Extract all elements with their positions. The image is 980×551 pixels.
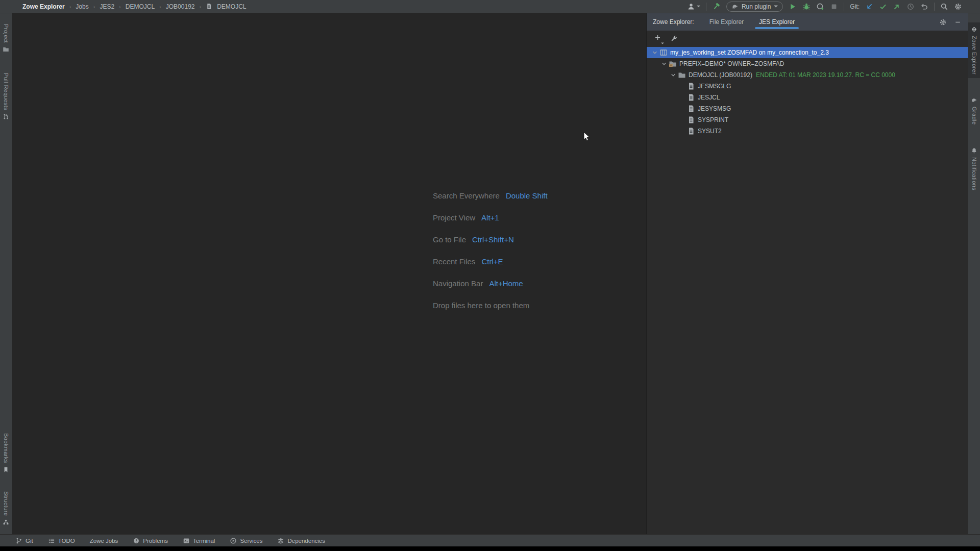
tree-node-label: SYSUT2 xyxy=(698,128,722,135)
tree-row-spool-jesysmsg[interactable]: JESYSMSG xyxy=(647,103,968,114)
spool-file-icon xyxy=(687,105,695,113)
run-icon[interactable] xyxy=(789,3,797,11)
hide-panel-icon[interactable] xyxy=(954,18,962,26)
breadcrumb-item-job00192[interactable]: JOB00192 xyxy=(166,3,195,10)
toolbar-divider xyxy=(934,3,935,11)
stop-icon[interactable] xyxy=(830,3,838,11)
tree-row-working-set[interactable]: my_jes_working_set ZOSMFAD on my_connect… xyxy=(647,47,968,58)
add-working-set-button[interactable] xyxy=(654,34,662,43)
shortcut-keys: Ctrl+Shift+N xyxy=(472,235,514,244)
chevron-down-icon xyxy=(774,5,778,8)
tree-row-spool-jesmsglg[interactable]: JESMSGLG xyxy=(647,81,968,92)
breadcrumb-separator: › xyxy=(199,4,201,10)
stripe-button-pull-requests[interactable]: Pull Requests xyxy=(0,69,12,123)
shortcut-row: Navigation Bar Alt+Home xyxy=(433,278,548,289)
stripe-button-structure[interactable]: Structure xyxy=(0,488,12,529)
profiler-icon[interactable] xyxy=(816,3,824,11)
breadcrumb: Zowe Explorer › Jobs › JES2 › DEMOJCL › … xyxy=(0,3,247,10)
breadcrumb-separator: › xyxy=(69,4,71,10)
shortcut-row: Search Everywhere Double Shift xyxy=(433,190,548,201)
stripe-label: Notifications xyxy=(971,157,977,190)
problems-error-icon xyxy=(133,537,140,544)
services-icon xyxy=(230,537,237,544)
statusbar-button-services[interactable]: Services xyxy=(230,537,262,544)
add-icon xyxy=(654,34,662,41)
shortcut-row: Project View Alt+1 xyxy=(433,212,548,223)
shortcut-keys: Alt+Home xyxy=(489,279,523,288)
tree-node-label: JESJCL xyxy=(698,94,720,101)
working-set-icon xyxy=(659,48,668,57)
tree-node-label: DEMOJCL (JOB00192) xyxy=(689,71,752,79)
bottom-edge xyxy=(0,546,980,551)
statusbar-button-problems[interactable]: Problems xyxy=(133,537,168,544)
search-icon[interactable] xyxy=(940,3,948,11)
breadcrumb-item-jobs[interactable]: Jobs xyxy=(76,3,88,10)
breadcrumb-item-demojcl[interactable]: DEMOJCL xyxy=(126,3,155,10)
user-menu-button[interactable] xyxy=(687,3,700,11)
history-clock-icon[interactable] xyxy=(906,3,915,11)
notifications-bell-icon xyxy=(971,147,977,154)
stripe-button-gradle[interactable]: Gradle xyxy=(968,93,980,128)
tree-row-spool-sysprint[interactable]: SYSPRINT xyxy=(647,114,968,126)
tab-jes-explorer[interactable]: JES Explorer xyxy=(759,13,795,31)
expand-chevron-icon[interactable] xyxy=(651,49,659,56)
push-icon[interactable] xyxy=(893,3,901,11)
status-bar: Git TODO Zowe Jobs Problems Terminal Ser… xyxy=(0,534,980,546)
tree-row-spool-jesjcl[interactable]: JESJCL xyxy=(647,92,968,103)
shortcut-keys: Alt+1 xyxy=(481,213,499,222)
breadcrumb-item-zowe-explorer[interactable]: Zowe Explorer xyxy=(22,3,65,10)
tree-row-spool-sysut2[interactable]: SYSUT2 xyxy=(647,126,968,137)
mouse-cursor xyxy=(583,132,591,142)
stripe-button-bookmarks[interactable]: Bookmarks xyxy=(0,430,12,477)
statusbar-button-todo[interactable]: TODO xyxy=(48,537,75,544)
debug-icon[interactable] xyxy=(802,3,811,11)
tab-file-explorer[interactable]: File Explorer xyxy=(709,13,744,31)
panel-title: Zowe Explorer: xyxy=(653,18,694,26)
shortcut-label: Go to File xyxy=(433,235,466,244)
toolbar-divider xyxy=(844,3,844,11)
tree-node-label: SYSPRINT xyxy=(698,116,728,123)
breadcrumb-item-demojcl-file[interactable]: DEMOJCL xyxy=(217,3,246,10)
stripe-label: Gradle xyxy=(971,107,977,124)
panel-settings-gear-icon[interactable] xyxy=(939,18,947,26)
statusbar-button-dependencies[interactable]: Dependencies xyxy=(277,537,325,544)
plugin-sphere-icon[interactable] xyxy=(968,3,976,11)
stripe-label: Pull Requests xyxy=(3,73,9,110)
shortcut-label: Recent Files xyxy=(433,257,475,266)
breadcrumb-separator: › xyxy=(119,4,121,10)
chevron-down-icon xyxy=(661,42,664,44)
statusbar-button-zowe-jobs[interactable]: Zowe Jobs xyxy=(90,538,118,544)
update-project-icon[interactable] xyxy=(865,3,873,11)
build-hammer-icon[interactable] xyxy=(712,2,721,11)
spool-file-icon xyxy=(687,127,695,135)
breadcrumb-separator: › xyxy=(159,4,161,10)
run-configuration-label: Run plugin xyxy=(742,3,771,10)
tree-row-prefix-filter[interactable]: PREFIX=DEMO* OWNER=ZOSMFAD xyxy=(647,58,968,69)
tree-row-job-demojcl[interactable]: DEMOJCL (JOB00192) ENDED AT: 01 MAR 2023… xyxy=(647,69,968,81)
expand-chevron-icon[interactable] xyxy=(660,60,668,67)
statusbar-button-git[interactable]: Git xyxy=(15,537,33,544)
breadcrumb-separator: › xyxy=(93,4,95,10)
shortcut-row: Go to File Ctrl+Shift+N xyxy=(433,234,548,245)
rollback-icon[interactable] xyxy=(920,3,928,11)
stripe-button-project[interactable]: Project xyxy=(0,20,12,56)
todo-list-icon xyxy=(48,537,55,544)
git-branch-icon xyxy=(15,537,22,544)
stripe-button-zowe-explorer[interactable]: Zowe Explorer xyxy=(968,22,980,78)
stripe-label: Bookmarks xyxy=(3,433,9,463)
stripe-button-notifications[interactable]: Notifications xyxy=(968,144,980,194)
spool-file-icon xyxy=(687,116,695,124)
editor-empty-hints: Search Everywhere Double Shift Project V… xyxy=(433,190,548,311)
breadcrumb-item-jes2[interactable]: JES2 xyxy=(100,3,114,10)
structure-icon xyxy=(3,519,9,525)
run-configuration-dropdown[interactable]: Run plugin xyxy=(726,2,783,12)
edit-wrench-icon[interactable] xyxy=(670,35,678,42)
commit-check-icon[interactable] xyxy=(879,3,887,11)
drop-files-hint: Drop files here to open them xyxy=(433,300,548,311)
expand-chevron-icon[interactable] xyxy=(669,71,677,79)
statusbar-button-terminal[interactable]: Terminal xyxy=(183,537,215,544)
editor-area[interactable]: Search Everywhere Double Shift Project V… xyxy=(12,13,646,534)
chevron-down-icon xyxy=(697,5,700,8)
project-folder-icon xyxy=(3,46,9,53)
settings-gear-icon[interactable] xyxy=(954,3,962,11)
